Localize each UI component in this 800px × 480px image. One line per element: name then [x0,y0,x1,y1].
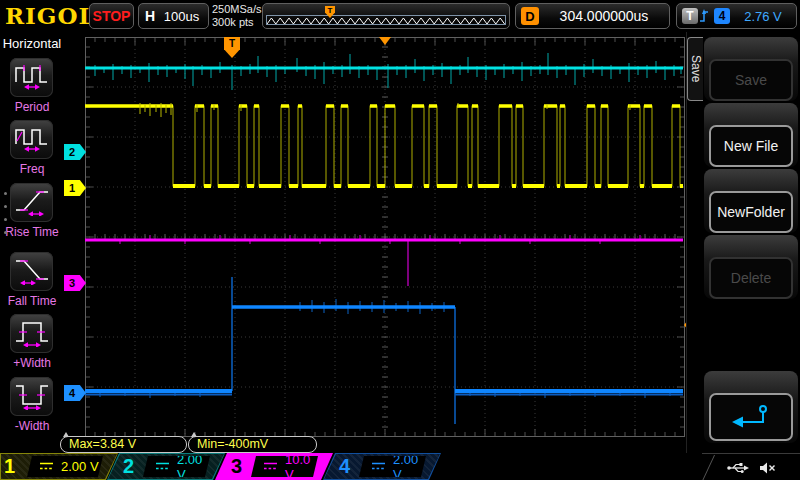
sidebar-item-neg-width[interactable] [10,377,53,416]
trigger-label: T [682,8,698,24]
return-arrow-icon [728,401,774,434]
scroll-indicator-dot [4,218,7,221]
sidebar-item-pos-width[interactable] [10,314,53,353]
top-status-bar: RIGOL STOP H 100us 250MSa/s 300k pts T D… [0,0,800,32]
channel-status-bar: 1 2.00 V2 2.00 V3 10.0 V4 2.00 V [0,453,800,480]
channel-number: 1 [4,453,15,480]
delay-readout-box[interactable]: D 304.000000us [515,3,670,29]
right-soft-menu: Save SaveNew FileNewFolderDelete [686,32,800,480]
channel-number: 2 [123,453,134,480]
delay-value: 304.000000us [539,8,669,24]
channel-scale-box: 10.0 V [251,456,318,477]
menu-card-new-folder: NewFolder [704,169,798,233]
channel-indicator-2[interactable]: 2 2.00 V [107,453,225,480]
period-icon [14,61,50,95]
display-center-marker [379,37,391,45]
delete-button[interactable]: Delete [709,257,793,299]
channel-1-offset-marker[interactable]: 1 [64,180,86,196]
ch1-trace [85,106,683,186]
oscilloscope-screen: RIGOL STOP H 100us 250MSa/s 300k pts T D… [0,0,800,480]
channel-offset-label: 2 [64,144,80,160]
sidebar-item-freq[interactable] [10,120,53,159]
menu-card-save: Save [704,37,798,101]
dc-coupling-icon [39,459,54,474]
new-folder-button[interactable]: NewFolder [709,191,793,233]
preview-window [266,15,506,25]
left-function-menu: Horizontal Period Freq Rise Time Fall Ti… [0,32,64,453]
trigger-level-value: 2.76 V [730,9,796,24]
sidebar-item-rise-time[interactable] [10,183,53,222]
channel-offset-label: 1 [64,180,80,196]
sidebar-item-label: Rise Time [0,225,64,239]
channel-indicator-1[interactable]: 1 2.00 V [0,453,118,480]
sample-rate: 250MSa/s [212,3,262,16]
neg-width-icon [14,380,50,414]
channel-4-offset-marker[interactable]: 4 [64,385,86,401]
memory-depth: 300k pts [212,16,262,29]
back-button[interactable] [709,393,793,441]
sidebar-item-fall-time[interactable] [10,252,53,291]
measurement-max: Max=3.84 V [60,436,187,453]
channel-scale-box: 2.00 V [27,456,103,477]
scroll-indicator-dot [4,192,7,195]
run-state-indicator[interactable]: STOP [89,3,134,29]
rigol-logo: RIGOL [5,2,96,29]
trigger-source-badge: 4 [714,8,730,24]
rising-edge-icon [698,7,710,25]
scroll-indicator-dot [4,205,7,208]
dc-coupling-icon [263,459,278,474]
channel-offset-label: 4 [64,385,80,401]
new-file-button[interactable]: New File [709,125,793,167]
channel-scale-box: 2.00 V [359,456,426,477]
menu-card-back [704,371,798,443]
dc-coupling-icon [371,459,386,474]
channel-scale-box: 2.00 V [143,456,210,477]
menu-card-delete: Delete [704,235,798,299]
trigger-readout-box[interactable]: T 4 2.76 V [676,3,797,29]
channel-3-offset-marker[interactable]: 3 [64,275,86,291]
horizontal-label: H [145,8,155,24]
timebase-value: 100us [155,9,208,24]
pos-width-icon [14,317,50,351]
channel-number: 3 [231,453,242,480]
scroll-indicator-dot [4,231,7,234]
preview-wave [267,16,507,26]
delay-label: D [521,7,539,25]
peripheral-status [702,453,800,480]
measurement-min: Min=-400mV [188,436,317,453]
acquisition-info: 250MSa/s 300k pts [212,3,262,29]
channel-scale-value: 2.00 V [61,459,99,474]
sidebar-item-label: Period [0,100,64,114]
channel-2-offset-marker[interactable]: 2 [64,144,86,160]
freq-icon [14,123,50,157]
speaker-muted-icon [759,461,776,475]
menu-tab-save: Save [687,37,703,101]
waveform-preview[interactable]: T [262,3,510,29]
sidebar-item-label: +Width [0,356,64,370]
waveform-display [85,37,685,437]
dc-coupling-icon [155,459,170,474]
channel-offset-label: 3 [64,275,80,291]
sidebar-item-label: Freq [0,162,64,176]
channel-number: 4 [339,453,350,480]
sidebar-item-period[interactable] [10,58,53,97]
left-menu-title: Horizontal [0,36,64,51]
sidebar-item-label: Fall Time [0,294,64,308]
menu-card-new-file: New File [704,103,798,167]
save-button[interactable]: Save [709,59,793,101]
rise-time-icon [14,186,50,220]
horizontal-timebase-box[interactable]: H 100us [138,3,209,29]
status-divider [702,455,729,480]
channel-indicator-4[interactable]: 4 2.00 V [323,453,441,480]
usb-icon [726,461,750,475]
channel-indicator-3[interactable]: 3 10.0 V [215,453,333,480]
fall-time-icon [14,255,50,289]
sidebar-item-label: -Width [0,419,64,433]
